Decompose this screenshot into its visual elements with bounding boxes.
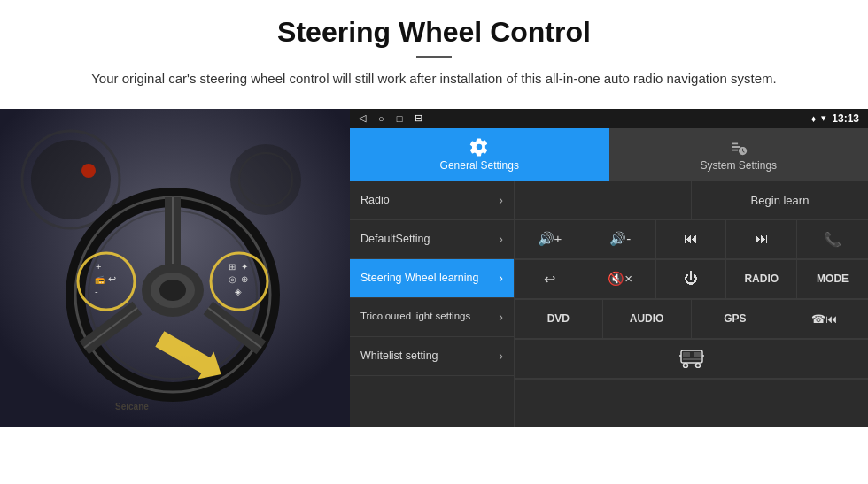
power-icon: ⏻ [684, 271, 698, 287]
vol-up-icon: 🔊+ [538, 231, 562, 247]
svg-text:Seicane: Seicane [115, 402, 149, 411]
settings-tabs: General Settings System Settings [350, 128, 868, 181]
steering-wheel-illustration: + 📻 - ↩ ⊞ ◎ ✦ ⊕ ◈ Seicane [0, 109, 350, 427]
next-track-icon: ⏭ [755, 231, 769, 247]
arrow-icon-radio: › [499, 193, 503, 207]
dvd-label: DVD [547, 312, 570, 325]
svg-text:-: - [95, 286, 98, 296]
page-title: Steering Wheel Control [18, 16, 850, 49]
svg-rect-32 [694, 352, 701, 357]
vol-down-button[interactable]: 🔊- [585, 220, 656, 259]
navi-prev-icon: ☎⏮ [811, 312, 837, 326]
return-icon: ↩ [544, 271, 555, 288]
svg-point-5 [81, 164, 96, 178]
menu-list: Radio › DefaultSetting › Steering Wheel … [350, 181, 514, 427]
menu-item-whitelist-label: Whitelist setting [360, 350, 438, 363]
prev-track-icon: ⏮ [684, 231, 698, 247]
home-icon[interactable]: ○ [378, 113, 384, 124]
mode-label: MODE [817, 273, 849, 285]
gps-label: GPS [724, 312, 746, 325]
svg-point-17 [159, 280, 186, 301]
return-button[interactable]: ↩ [515, 260, 585, 299]
svg-point-35 [695, 364, 700, 368]
phone-button[interactable]: 📞 [797, 220, 868, 259]
audio-button[interactable]: AUDIO [603, 300, 692, 339]
tab-system-settings[interactable]: System Settings [609, 128, 869, 181]
menu-controls-area: Radio › DefaultSetting › Steering Wheel … [350, 181, 868, 427]
status-time: 13:13 [832, 112, 859, 125]
arrow-icon-whitelist: › [499, 349, 503, 363]
bus-icon [679, 349, 704, 368]
phone-icon: 📞 [824, 231, 841, 248]
control-buttons-row4 [515, 340, 868, 380]
status-icons: ♦ ▾ 13:13 [811, 112, 859, 125]
recents-icon[interactable]: □ [397, 113, 403, 124]
radio-button[interactable]: RADIO [726, 260, 797, 299]
svg-point-3 [230, 144, 301, 215]
back-icon[interactable]: ◁ [359, 112, 366, 124]
svg-text:+: + [96, 261, 101, 272]
tab-system-label: System Settings [700, 159, 777, 172]
system-settings-icon [729, 137, 748, 157]
wifi-icon: ▾ [821, 112, 826, 124]
gps-button[interactable]: GPS [692, 300, 780, 339]
vol-down-icon: 🔊- [609, 231, 631, 247]
control-buttons-row3: DVD AUDIO GPS ☎⏮ [515, 300, 868, 340]
begin-learn-spacer [515, 181, 692, 219]
mode-button[interactable]: MODE [797, 260, 868, 299]
svg-text:📻: 📻 [95, 274, 105, 285]
control-buttons-row2: ↩ 🔇× ⏻ RADIO MODE [515, 260, 868, 300]
content-area: + 📻 - ↩ ⊞ ◎ ✦ ⊕ ◈ Seicane [0, 109, 868, 427]
arrow-icon-steering: › [499, 271, 503, 285]
prev-button[interactable]: ⏮ [656, 220, 727, 259]
svg-point-34 [683, 364, 687, 368]
svg-rect-31 [683, 352, 690, 357]
menu-item-steering[interactable]: Steering Wheel learning › [350, 259, 514, 298]
svg-point-2 [31, 140, 111, 219]
svg-text:⊕: ⊕ [241, 274, 248, 284]
begin-learn-button[interactable]: Begin learn [692, 181, 868, 219]
tab-general-settings[interactable]: General Settings [350, 128, 609, 181]
svg-text:⊞: ⊞ [229, 262, 236, 272]
header-section: Steering Wheel Control Your original car… [0, 0, 868, 98]
title-divider [416, 56, 452, 58]
dvd-button[interactable]: DVD [515, 300, 603, 339]
power-button[interactable]: ⏻ [656, 260, 727, 299]
svg-text:↩: ↩ [108, 273, 116, 284]
menu-item-default[interactable]: DefaultSetting › [350, 220, 514, 259]
radio-label: RADIO [744, 273, 779, 285]
page-wrapper: Steering Wheel Control Your original car… [0, 0, 868, 427]
next-button[interactable]: ⏭ [726, 220, 797, 259]
svg-text:◎: ◎ [229, 274, 236, 284]
android-screen: ◁ ○ □ ⊟ ♦ ▾ 13:13 General Settings [350, 109, 868, 427]
menu-item-default-label: DefaultSetting [360, 233, 430, 246]
audio-label: AUDIO [630, 312, 664, 325]
bus-button[interactable] [515, 340, 868, 379]
menu-item-radio-label: Radio [360, 194, 390, 207]
arrow-icon-tricoloured: › [499, 310, 503, 324]
vol-up-button[interactable]: 🔊+ [515, 220, 585, 259]
begin-learn-row: Begin learn [515, 181, 868, 220]
menu-item-radio[interactable]: Radio › [350, 181, 514, 220]
car-image-area: + 📻 - ↩ ⊞ ◎ ✦ ⊕ ◈ Seicane [0, 109, 350, 427]
menu-item-tricoloured[interactable]: Tricoloured light settings › [350, 298, 514, 337]
subtitle: Your original car's steering wheel contr… [89, 69, 779, 89]
tab-general-label: General Settings [440, 159, 519, 172]
control-buttons-row1: 🔊+ 🔊- ⏮ ⏭ 📞 [515, 220, 868, 260]
menu-icon[interactable]: ⊟ [415, 112, 422, 124]
location-icon: ♦ [811, 113, 817, 124]
navi-prev-button[interactable]: ☎⏮ [779, 300, 868, 339]
status-bar: ◁ ○ □ ⊟ ♦ ▾ 13:13 [350, 109, 868, 128]
menu-item-tricoloured-label: Tricoloured light settings [360, 311, 470, 323]
mute-icon: 🔇× [608, 271, 632, 287]
svg-text:◈: ◈ [235, 287, 242, 296]
controls-panel: Begin learn 🔊+ 🔊- ⏮ [514, 181, 868, 427]
menu-item-steering-label: Steering Wheel learning [360, 272, 478, 285]
nav-icons: ◁ ○ □ ⊟ [359, 112, 422, 124]
arrow-icon-default: › [499, 232, 503, 246]
general-settings-icon [469, 137, 489, 157]
mute-button[interactable]: 🔇× [585, 260, 656, 299]
svg-text:✦: ✦ [241, 262, 248, 272]
svg-rect-33 [683, 358, 701, 360]
menu-item-whitelist[interactable]: Whitelist setting › [350, 337, 514, 376]
